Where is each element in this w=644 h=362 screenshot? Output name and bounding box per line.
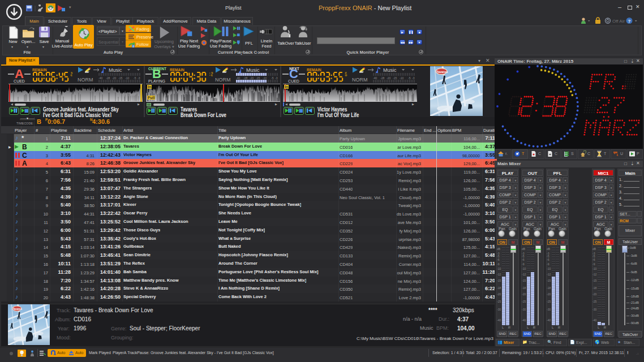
- svg-text:Tavares: Tavares: [436, 70, 448, 74]
- svg-text:8: 8: [132, 45, 134, 48]
- svg-text:Tavares: Tavares: [13, 307, 23, 310]
- svg-text:?: ?: [628, 19, 631, 24]
- svg-text:Music: Music: [109, 67, 122, 73]
- svg-text:Off Air: Off Air: [612, 19, 625, 24]
- svg-text:Music: Music: [383, 67, 397, 73]
- svg-text:Music: Music: [246, 67, 260, 73]
